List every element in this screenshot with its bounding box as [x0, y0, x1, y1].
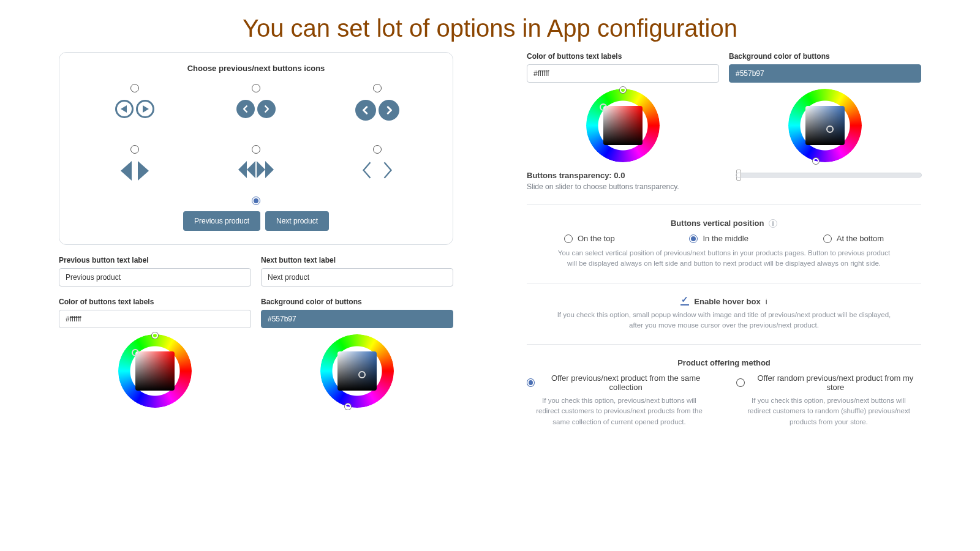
- preview-next-button[interactable]: Next product: [265, 211, 329, 231]
- text-color-input-right[interactable]: [527, 64, 719, 83]
- icon-option-3[interactable]: [317, 84, 438, 121]
- icon-chooser-title: Choose previous/next buttons icons: [74, 64, 438, 73]
- icon-option-1-radio[interactable]: [130, 84, 139, 92]
- chevron-circle-right-large-icon: [379, 100, 399, 121]
- hue-handle-icon[interactable]: [620, 87, 626, 93]
- next-label-title: Next button text label: [261, 256, 453, 264]
- triangle-left-icon: [121, 161, 132, 181]
- icon-option-6[interactable]: [317, 145, 438, 182]
- icon-option-2[interactable]: [195, 84, 317, 121]
- prev-label-input[interactable]: [59, 268, 251, 287]
- hover-desc: If you check this option, small popup wi…: [552, 310, 895, 331]
- vpos-option-middle[interactable]: In the middle: [689, 234, 748, 243]
- vpos-desc: You can select vertical position of prev…: [552, 248, 895, 269]
- vpos-radio-middle[interactable]: [689, 234, 698, 243]
- angle-right-icon: [381, 161, 394, 182]
- transparency-label: Buttons transparency: 0.0: [527, 171, 712, 180]
- bg-color-picker-right[interactable]: [788, 89, 862, 162]
- hue-handle-icon[interactable]: [345, 403, 351, 410]
- offer-radio-a[interactable]: [527, 378, 535, 387]
- text-color-picker-right[interactable]: [586, 89, 660, 162]
- hover-label: Enable hover box: [694, 297, 760, 306]
- icon-option-1[interactable]: [74, 84, 195, 121]
- divider: [527, 204, 921, 205]
- left-column: Choose previous/next buttons icons: [59, 52, 453, 427]
- offer-option-a[interactable]: Offer previous/next product from the sam…: [527, 373, 712, 392]
- transparency-slider[interactable]: [736, 173, 921, 177]
- page-title: You can set lot of options in App config…: [0, 0, 980, 52]
- chevron-circle-right-icon: [257, 100, 276, 118]
- text-color-title-right: Color of buttons text labels: [527, 52, 719, 61]
- right-column: Color of buttons text labels Background …: [527, 52, 921, 427]
- bg-color-input-right[interactable]: [729, 64, 921, 83]
- double-triangle-right-icon: [257, 161, 274, 178]
- icon-option-3-radio[interactable]: [373, 84, 382, 92]
- info-icon[interactable]: i: [769, 219, 777, 228]
- vpos-radio-bottom[interactable]: [823, 234, 832, 243]
- bg-color-title-right: Background color of buttons: [729, 52, 921, 61]
- vpos-radio-top[interactable]: [564, 234, 573, 243]
- info-icon[interactable]: i: [766, 297, 767, 306]
- chevron-circle-left-large-icon: [355, 100, 376, 121]
- icon-option-4[interactable]: [74, 145, 195, 182]
- double-triangle-left-icon: [238, 161, 255, 178]
- preview-prev-button[interactable]: Previous product: [183, 211, 260, 231]
- icon-option-6-radio[interactable]: [373, 145, 382, 154]
- icon-option-2-radio[interactable]: [252, 84, 260, 92]
- offer-radio-b[interactable]: [736, 378, 745, 387]
- prev-label-title: Previous button text label: [59, 256, 251, 264]
- text-color-title-left: Color of buttons text labels: [59, 298, 251, 306]
- offer-heading: Product offering method: [527, 358, 921, 367]
- icon-option-4-radio[interactable]: [130, 145, 139, 154]
- offer-option-b[interactable]: Offer random previous/next product from …: [736, 373, 921, 392]
- arrow-circle-left-icon: [115, 100, 134, 118]
- sv-handle-icon[interactable]: [826, 126, 834, 133]
- hue-handle-icon[interactable]: [813, 158, 819, 164]
- text-color-picker-left[interactable]: [118, 334, 192, 408]
- chevron-circle-left-icon: [236, 100, 255, 118]
- sv-handle-icon[interactable]: [600, 103, 607, 111]
- triangle-right-icon: [138, 161, 149, 181]
- hover-checkbox[interactable]: [680, 297, 689, 305]
- icon-option-7-radio[interactable]: [252, 197, 260, 205]
- icon-option-5[interactable]: [195, 145, 317, 182]
- offer-b-desc: If you check this option, previous/next …: [743, 395, 914, 427]
- next-label-input[interactable]: [261, 268, 453, 287]
- vpos-option-bottom[interactable]: At the bottom: [823, 234, 884, 243]
- offer-a-desc: If you check this option, previous/next …: [533, 395, 705, 427]
- divider: [527, 344, 921, 345]
- arrow-circle-right-icon: [136, 100, 154, 118]
- divider: [527, 283, 921, 283]
- vpos-heading: Buttons vertical position i: [527, 219, 921, 228]
- text-color-input-left[interactable]: [59, 310, 251, 328]
- icon-chooser-card: Choose previous/next buttons icons: [59, 52, 453, 245]
- angle-left-icon: [360, 161, 374, 182]
- hue-handle-icon[interactable]: [152, 332, 158, 339]
- transparency-desc: Slide on slider to choose buttons transp…: [527, 182, 712, 191]
- bg-color-title-left: Background color of buttons: [261, 298, 453, 306]
- sv-handle-icon[interactable]: [358, 371, 366, 378]
- icon-option-5-radio[interactable]: [252, 145, 260, 154]
- sv-handle-icon[interactable]: [132, 349, 139, 356]
- vpos-option-top[interactable]: On the top: [564, 234, 615, 243]
- bg-color-picker-left[interactable]: [320, 334, 394, 408]
- bg-color-input-left[interactable]: [261, 310, 453, 328]
